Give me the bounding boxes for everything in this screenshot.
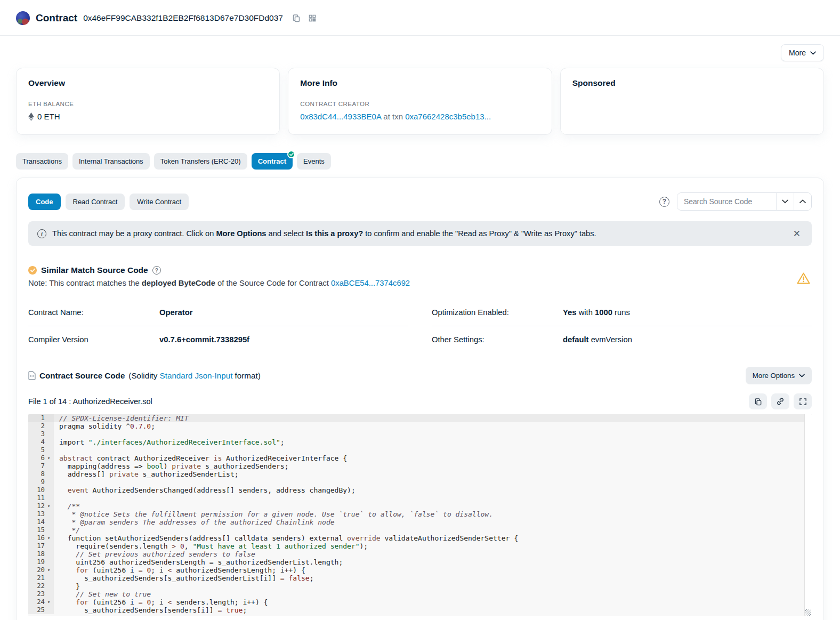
code-token: > (172, 542, 176, 550)
code-text: mapping(address => bool) private s_autho… (54, 462, 289, 470)
code-token: // Set new to true (59, 590, 151, 598)
copy-source-button[interactable] (749, 393, 767, 409)
code-token: is (214, 454, 222, 462)
fold-spacer (45, 518, 53, 526)
code-token: ); (360, 542, 368, 550)
more-button[interactable]: More (781, 44, 824, 61)
fold-spacer (45, 438, 53, 446)
fold-toggle[interactable]: ▾ (45, 566, 53, 574)
code-line: 7 mapping(address => bool) private s_aut… (28, 462, 812, 470)
meta-col-right: Optimization Enabled:Yes with 1000 runsO… (432, 299, 812, 353)
code-token: /** (59, 502, 80, 510)
meta-col-left: Contract Name:OperatorCompiler Versionv0… (28, 299, 408, 353)
text-segment: with (577, 308, 595, 317)
fold-toggle[interactable]: ▾ (45, 598, 53, 606)
contract-apps-button[interactable] (308, 14, 317, 22)
code-token: bool (147, 462, 163, 470)
copy-icon (292, 14, 301, 22)
help-icon[interactable]: ? (659, 197, 669, 207)
search-source-input[interactable] (677, 193, 776, 210)
editor-scrollbar[interactable] (804, 414, 812, 616)
search-prev-button[interactable] (794, 193, 811, 210)
contract-subtabs: CodeRead ContractWrite Contract (28, 194, 189, 210)
question-icon[interactable]: ? (152, 266, 161, 275)
fold-spacer (45, 550, 53, 558)
subtab-label: Code (36, 198, 53, 206)
inline-link[interactable]: 0xaBCE54...7374c692 (331, 279, 410, 287)
code-token: "Must have at least 1 authorized sender" (192, 542, 359, 550)
code-line: 14 * @param senders The addresses of the… (28, 518, 812, 526)
line-gutter: 19 (28, 558, 54, 566)
sponsored-card: Sponsored (560, 68, 824, 135)
line-gutter: 4 (28, 438, 54, 446)
code-text: s_authorizedSenders[senders[i]] = true; (54, 606, 247, 614)
search-next-button[interactable] (776, 193, 794, 210)
info-cards: Overview ETH BALANCE 0 ETH More Info CON… (0, 68, 840, 135)
subtab-write-contract[interactable]: Write Contract (130, 194, 189, 210)
code-line: 3 (28, 430, 812, 438)
more-options-button[interactable]: More Options (746, 367, 812, 384)
code-text: function setAuthorizedSenders(address[] … (54, 534, 518, 542)
code-line: 25 s_authorizedSenders[senders[i]] = tru… (28, 606, 812, 614)
creator-txn-link[interactable]: 0xa7662428c3b5eb13... (405, 112, 491, 121)
line-gutter: 20▾ (28, 566, 54, 574)
line-number: 16 (28, 534, 45, 542)
permalink-button[interactable] (771, 393, 789, 409)
tab-internal-transactions[interactable]: Internal Transactions (72, 153, 150, 170)
subtab-label: Read Contract (73, 198, 118, 206)
code-text: for (uint256 i = 0; i < authorizedSender… (54, 566, 305, 574)
text-segment: This contract may be a proxy contract. C… (52, 229, 216, 238)
source-code-format: (Solidity Standard Json-Input format) (128, 371, 260, 380)
code-token (222, 606, 226, 614)
search-source-group (677, 192, 812, 211)
line-gutter: 3 (28, 430, 54, 438)
chevron-down-icon (799, 374, 805, 377)
editor-resize-handle[interactable] (805, 609, 811, 616)
subtab-code[interactable]: Code (28, 194, 61, 210)
contract-subtabs-row: CodeRead ContractWrite Contract ? (28, 192, 812, 211)
tab-transactions[interactable]: Transactions (16, 153, 68, 170)
fold-toggle[interactable]: ▾ (45, 454, 53, 462)
copy-address-button[interactable] (292, 14, 301, 22)
fold-toggle[interactable]: ▾ (45, 502, 53, 510)
code-token: event (59, 486, 88, 494)
tab-contract[interactable]: Contract (252, 153, 293, 170)
code-token: s_authorizedSenderList; (139, 470, 239, 478)
code-token: import (59, 438, 88, 446)
meta-label: Compiler Version (28, 335, 159, 344)
fold-spacer (45, 606, 53, 614)
eth-balance-label: ETH BALANCE (28, 101, 268, 107)
code-line: 20▾ for (uint256 i = 0; i < authorizedSe… (28, 566, 812, 574)
warning-icon[interactable] (796, 272, 811, 285)
more-button-label: More (789, 49, 806, 57)
code-line: 6▾abstract contract AuthorizedReceiver i… (28, 454, 812, 462)
line-gutter: 13 (28, 510, 54, 518)
code-token (59, 566, 76, 574)
code-token: authorizedSendersLength; i++) { (172, 566, 305, 574)
text-bold: Operator (159, 308, 193, 317)
json-input-link[interactable]: Standard Json-Input (160, 371, 233, 380)
chevron-down-icon (782, 199, 788, 204)
close-banner-button[interactable]: ✕ (791, 227, 803, 240)
line-number: 11 (28, 494, 45, 502)
subtab-read-contract[interactable]: Read Contract (66, 194, 125, 210)
page-tabs: TransactionsInternal TransactionsToken T… (0, 135, 840, 170)
code-token: ; (310, 574, 314, 582)
grid-icon (308, 14, 317, 22)
code-token: */ (59, 526, 80, 534)
creator-address-link[interactable]: 0x83dC44...4933BE0A (300, 112, 381, 121)
fold-toggle[interactable]: ▾ (45, 534, 53, 542)
similar-match-section: Similar Match Source Code ? Note: This c… (28, 265, 812, 287)
code-text: pragma solidity ^0.7.0; (54, 422, 155, 430)
text-bold: Yes (563, 308, 577, 317)
expand-button[interactable] (794, 393, 812, 409)
line-gutter: 6▾ (28, 454, 54, 462)
tab-events[interactable]: Events (297, 153, 331, 170)
meta-value: Operator (159, 308, 193, 317)
line-number: 9 (28, 478, 45, 486)
tab-token-transfers-erc-20[interactable]: Token Transfers (ERC-20) (154, 153, 247, 170)
source-code-editor[interactable]: 1// SPDX-License-Identifier: MIT2pragma … (28, 414, 812, 616)
text-segment: and select (266, 229, 306, 238)
code-text: uint256 authorizedSendersLength = s_auth… (54, 558, 343, 566)
code-token: ) (164, 462, 172, 470)
